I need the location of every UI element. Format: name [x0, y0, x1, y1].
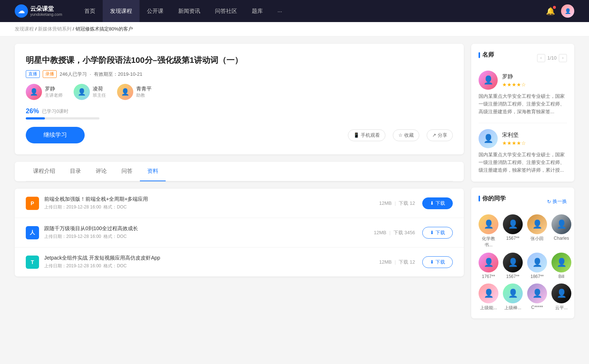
- instructor-item: 👤 凌荷 班主任: [74, 84, 106, 100]
- user-avatar-header[interactable]: 👤: [561, 4, 574, 18]
- instructor-role: 助教: [136, 92, 152, 99]
- classmate-item[interactable]: 👤 化学教书...: [479, 214, 498, 248]
- classmate-item[interactable]: 👤 1867**: [527, 253, 547, 279]
- classmates-grid: 👤 化学教书... 👤 1567** 👤 张小田 👤 Charles 👤 176…: [479, 214, 567, 311]
- breadcrumb-link-1[interactable]: 发现课程: [15, 26, 34, 32]
- resource-item: T Jetpack全组件实战 开发短视频应用高仿皮皮虾App 上传日期：2019…: [15, 247, 464, 276]
- tab-问答[interactable]: 问答: [114, 162, 140, 181]
- classmate-item[interactable]: 👤 1567**: [503, 214, 523, 248]
- share-icon: ↗: [432, 132, 436, 138]
- classmate-item[interactable]: 👤 云平...: [551, 283, 571, 311]
- resource-info: 前端全栈加强版！前端全栈+全周期+多端应用 上传日期：2019-12-28 16…: [44, 196, 379, 210]
- instructor-avatar: 👤: [74, 84, 90, 100]
- classmate-avatar: 👤: [551, 214, 571, 234]
- classmate-item[interactable]: 👤 上级棒...: [503, 283, 523, 311]
- collect-button[interactable]: ☆ 收藏: [393, 129, 419, 141]
- tab-资料[interactable]: 资料: [140, 162, 166, 181]
- progress-bar-background: [26, 117, 99, 119]
- resource-item: P 前端全栈加强版！前端全栈+全周期+多端应用 上传日期：2019-12-28 …: [15, 189, 464, 218]
- nav-item-6[interactable]: ···: [270, 0, 290, 22]
- refresh-icon: ↻: [547, 199, 551, 204]
- resource-meta: 上传日期：2019-12-28 16:00 格式：DOC: [44, 204, 379, 210]
- nav-item-3[interactable]: 新闻资讯: [171, 0, 208, 22]
- classmate-avatar: 👤: [551, 253, 571, 272]
- resources-card: P 前端全栈加强版！前端全栈+全周期+多端应用 上传日期：2019-12-28 …: [15, 189, 464, 276]
- phone-watch-button[interactable]: 📱 手机观看: [348, 129, 385, 141]
- nav-item-5[interactable]: 题库: [244, 0, 270, 22]
- classmate-item[interactable]: 👤 张小田: [527, 214, 547, 248]
- course-title: 明星中教授课，小学阶段语法100分–强化级第1讲动词（一）: [26, 55, 453, 66]
- resource-stats: 12MB | 下载 3456: [374, 229, 415, 236]
- nav-item-0[interactable]: 首页: [77, 0, 103, 22]
- download-button[interactable]: ⬇ 下载: [422, 197, 453, 209]
- resource-separator: |: [395, 259, 396, 265]
- logo-icon: ☁: [15, 4, 28, 18]
- breadcrumb-current: 销冠修炼术搞定80%的客户: [75, 26, 133, 32]
- continue-learning-button[interactable]: 继续学习: [26, 127, 85, 143]
- left-panel: 明星中教授课，小学阶段语法100分–强化级第1讲动词（一） 直播 录播 246人…: [15, 44, 464, 324]
- course-tags: 直播 录播 246人已学习 · 有效期至：2019-10-21: [26, 70, 453, 78]
- classmates-header: 你的同学 ↻ 换一换: [479, 195, 567, 208]
- course-info-card: 明星中教授课，小学阶段语法100分–强化级第1讲动词（一） 直播 录播 246人…: [15, 44, 464, 154]
- classmate-item[interactable]: 👤 上级能...: [479, 283, 498, 311]
- download-button[interactable]: ⬇ 下载: [422, 227, 453, 239]
- classmate-avatar: 👤: [527, 253, 547, 272]
- instructor-info: 青青平 助教: [136, 86, 152, 99]
- classmate-avatar: 👤: [503, 253, 523, 272]
- course-valid-until: 有效期至：2019-10-21: [94, 71, 142, 78]
- classmate-item[interactable]: 👤 Bill: [551, 253, 571, 279]
- instructor-name: 青青平: [136, 86, 152, 92]
- header: ☁ 云朵课堂 yundoketang.com 首页发现课程公开课新闻资讯问答社区…: [0, 0, 589, 22]
- instructor-role: 主讲老师: [45, 92, 63, 99]
- next-teacher-button[interactable]: ›: [559, 54, 567, 62]
- classmate-item[interactable]: 👤 C*****: [527, 283, 547, 311]
- teacher-desc: 国内某重点大学安全工程专业硕士，国家一级注册消防工程师、注册安全工程师、高级注册…: [479, 93, 567, 115]
- tab-评论[interactable]: 评论: [88, 162, 114, 181]
- instructor-avatar: 👤: [117, 84, 133, 100]
- classmate-item[interactable]: 👤 Charles: [551, 214, 571, 248]
- resource-downloads: 下载 3456: [394, 229, 415, 236]
- classmate-name: 1867**: [530, 274, 544, 279]
- resource-name: 前端全栈加强版！前端全栈+全周期+多端应用: [44, 196, 379, 203]
- resource-downloads: 下载 12: [399, 259, 415, 265]
- classmate-name: C*****: [531, 305, 543, 310]
- classmate-name: 1567**: [506, 274, 519, 279]
- teacher-stars: ★★★★☆: [502, 140, 526, 146]
- tab-课程介绍[interactable]: 课程介绍: [26, 162, 63, 181]
- tabs-card: 课程介绍目录评论问答资料: [15, 162, 464, 181]
- tabs: 课程介绍目录评论问答资料: [26, 162, 453, 181]
- resource-stats: 12MB | 下载 12: [379, 200, 415, 207]
- instructors-list: 👤 罗静 主讲老师 👤 凌荷 班主任 👤 青青平 助教: [26, 84, 453, 100]
- teacher-desc: 国内某重点大学安全工程专业硕士，国家一级注册消防工程师、注册安全工程师、级注册建…: [479, 151, 567, 174]
- classmate-avatar: 👤: [479, 214, 498, 234]
- resource-separator: |: [395, 200, 396, 206]
- resource-icon: T: [26, 256, 39, 269]
- classmate-avatar: 👤: [479, 253, 498, 272]
- instructor-item: 👤 青青平 助教: [117, 84, 152, 100]
- teachers-pagination: ‹ 1/10 ›: [537, 54, 567, 62]
- share-button[interactable]: ↗ 分享: [427, 129, 453, 141]
- nav-item-1[interactable]: 发现课程: [103, 0, 140, 22]
- classmate-name: 上级棒...: [504, 305, 521, 311]
- breadcrumb: 发现课程 / 新媒体营销系列 / 销冠修炼术搞定80%的客户: [0, 22, 589, 36]
- switch-classmates-button[interactable]: ↻ 换一换: [547, 198, 567, 205]
- classmate-item[interactable]: 👤 1767**: [479, 253, 498, 279]
- notification-bell[interactable]: 🔔: [546, 7, 555, 15]
- breadcrumb-link-2[interactable]: 新媒体营销系列: [38, 26, 71, 32]
- teacher-item: 👤 罗静 ★★★★☆ 国内某重点大学安全工程专业硕士，国家一级注册消防工程师、注…: [479, 71, 567, 115]
- instructor-name: 罗静: [45, 86, 63, 92]
- header-right: 🔔 👤: [546, 4, 574, 18]
- phone-icon: 📱: [353, 132, 359, 138]
- resource-name: 跟随千万级项目从0到100全过程高效成长: [44, 225, 374, 232]
- logo[interactable]: ☁ 云朵课堂 yundoketang.com: [15, 4, 62, 18]
- classmate-item[interactable]: 👤 1567**: [503, 253, 523, 279]
- tab-目录[interactable]: 目录: [63, 162, 88, 181]
- classmate-name: 1767**: [482, 274, 495, 279]
- nav-item-2[interactable]: 公开课: [140, 0, 171, 22]
- download-button[interactable]: ⬇ 下载: [422, 256, 453, 268]
- prev-teacher-button[interactable]: ‹: [537, 54, 545, 62]
- teacher-avatar: 👤: [479, 129, 498, 148]
- progress-bar-fill: [26, 117, 45, 119]
- resource-size: 12MB: [374, 230, 386, 235]
- nav-item-4[interactable]: 问答社区: [208, 0, 244, 22]
